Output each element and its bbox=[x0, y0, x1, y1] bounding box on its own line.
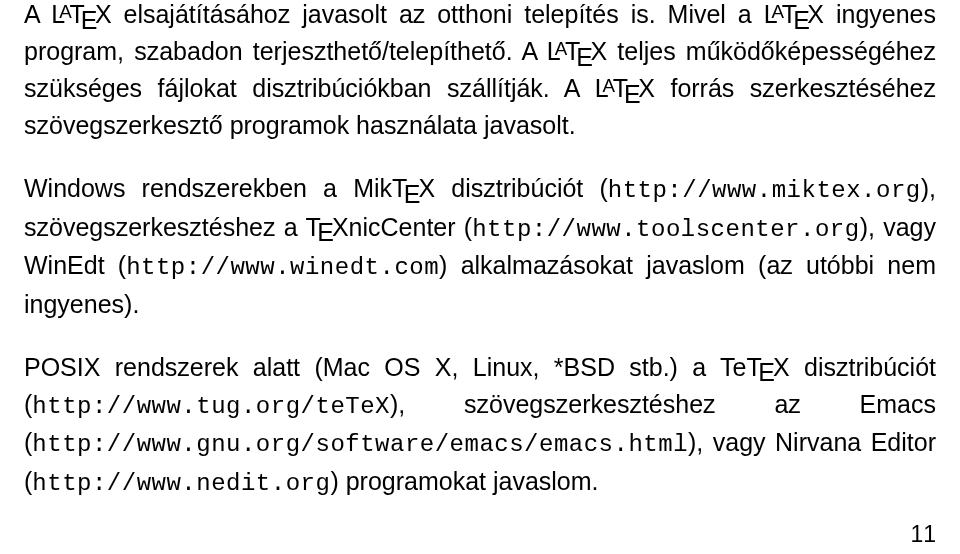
latex-logo: LATEX bbox=[51, 0, 111, 28]
text: A bbox=[24, 0, 51, 28]
latex-logo: LATEX bbox=[764, 0, 824, 28]
url-tetex: http://www.tug.org/teTeX bbox=[32, 393, 390, 420]
url-miktex: http://www.miktex.org bbox=[608, 177, 921, 204]
text: X disztribúciót ( bbox=[418, 174, 607, 202]
url-winedt: http://www.winedt.com bbox=[126, 254, 439, 281]
text: ) programokat javaslom. bbox=[330, 467, 598, 495]
text: elsajátításához javasolt az otthoni tele… bbox=[112, 0, 764, 28]
url-emacs: http://www.gnu.org/software/emacs/emacs.… bbox=[32, 431, 688, 458]
latex-logo: LATEX bbox=[595, 74, 655, 102]
page-number: 11 bbox=[910, 521, 936, 548]
paragraph-3: POSIX rendszerek alatt (Mac OS X, Linux,… bbox=[24, 349, 936, 502]
latex-logo: LATEX bbox=[547, 37, 607, 65]
url-toolscenter: http://www.toolscenter.org bbox=[472, 216, 859, 243]
paragraph-1: A LATEX elsajátításához javasolt az otth… bbox=[24, 0, 936, 144]
document-page: A LATEX elsajátításához javasolt az otth… bbox=[0, 0, 960, 501]
text: POSIX rendszerek alatt (Mac OS X, Linux,… bbox=[24, 353, 762, 381]
tex-logo-fragment: E bbox=[407, 174, 418, 202]
tex-logo-fragment: E bbox=[321, 213, 332, 241]
url-nedit: http://www.nedit.org bbox=[32, 470, 330, 497]
tex-logo-fragment: E bbox=[762, 353, 773, 381]
paragraph-2: Windows rendszerekben a MikTEX disztribú… bbox=[24, 170, 936, 323]
text: Windows rendszerekben a MikT bbox=[24, 174, 407, 202]
text: XnicCenter ( bbox=[332, 213, 472, 241]
